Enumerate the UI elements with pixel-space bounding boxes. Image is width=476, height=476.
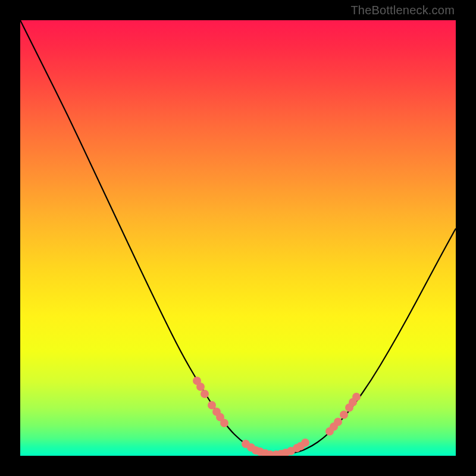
watermark-text: TheBottleneck.com <box>350 4 455 17</box>
data-point <box>352 393 361 401</box>
data-point <box>301 439 309 447</box>
data-point <box>201 390 209 398</box>
dots-layer <box>20 20 456 456</box>
data-point <box>334 418 342 426</box>
plot-area <box>20 20 456 456</box>
chart-frame: TheBottleneck.com <box>0 0 476 476</box>
data-point <box>220 419 228 427</box>
data-point <box>340 411 348 419</box>
